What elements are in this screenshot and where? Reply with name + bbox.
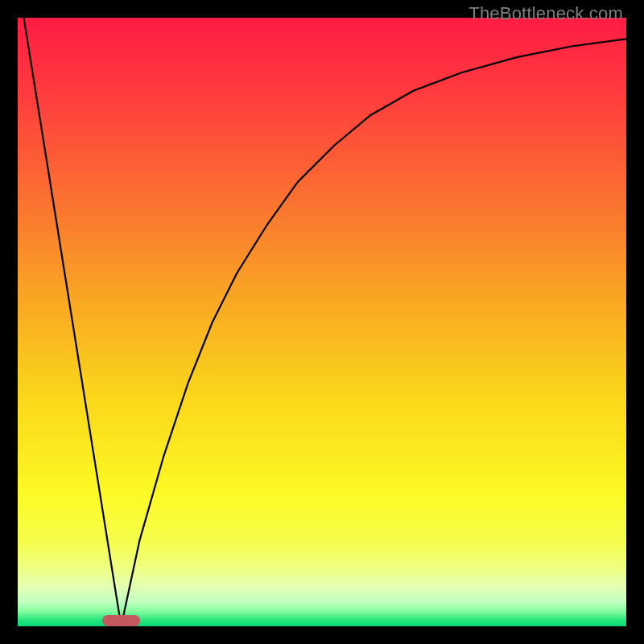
- curve-path: [24, 18, 626, 626]
- bottleneck-curve: [18, 18, 626, 626]
- plot-area: [18, 18, 626, 626]
- chart-frame: TheBottleneck.com: [0, 0, 644, 644]
